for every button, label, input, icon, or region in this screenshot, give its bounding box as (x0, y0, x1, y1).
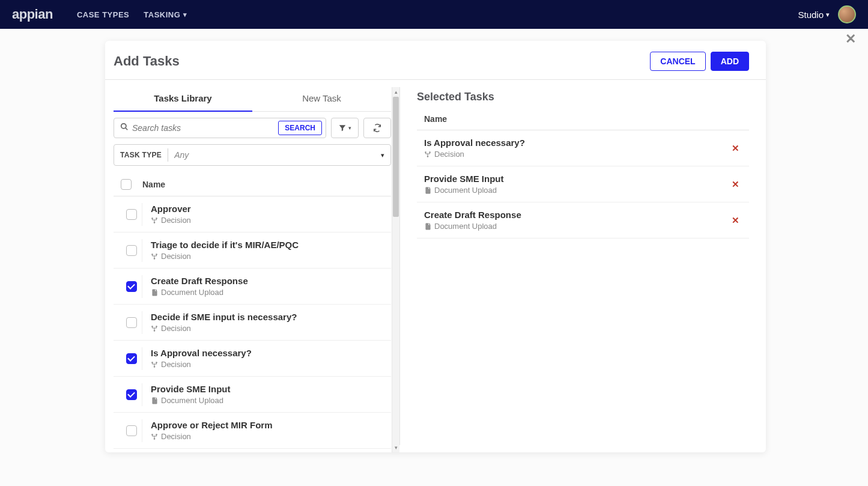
list-header: Name (114, 173, 391, 196)
decision-icon (151, 325, 158, 332)
svg-point-4 (154, 222, 156, 223)
task-row[interactable]: Approve or Reject MIR FormDecision (114, 413, 391, 449)
nav-case-types[interactable]: CASE TYPES (77, 10, 129, 19)
scroll-down-icon[interactable]: ▾ (392, 443, 399, 452)
scroll-up-icon[interactable]: ▴ (392, 87, 399, 97)
task-checkbox[interactable] (126, 389, 137, 400)
svg-point-12 (151, 362, 153, 363)
svg-point-5 (151, 254, 153, 255)
svg-rect-22 (426, 187, 430, 193)
task-checkbox[interactable] (126, 209, 137, 220)
document-icon (151, 289, 158, 296)
svg-point-13 (156, 362, 157, 363)
task-name: Is Approval necessary? (151, 348, 252, 358)
task-type: Document Upload (151, 396, 231, 405)
library-pane: Tasks Library New Task SEARCH ▾ (105, 80, 399, 452)
add-tasks-modal: Add Tasks CANCEL ADD Tasks Library New T… (105, 41, 766, 452)
task-type-label: Decision (161, 216, 191, 225)
svg-point-11 (154, 330, 156, 332)
search-button[interactable]: SEARCH (278, 121, 322, 135)
task-name: Provide SME Input (151, 384, 231, 394)
refresh-button[interactable] (363, 118, 391, 138)
decision-icon (151, 361, 158, 368)
decision-icon (424, 151, 431, 158)
task-type: Decision (151, 252, 299, 261)
tab-tasks-library[interactable]: Tasks Library (114, 87, 252, 112)
svg-point-9 (151, 326, 153, 327)
task-row[interactable]: Create Draft ResponseDocument Upload (114, 269, 391, 305)
search-wrapper: SEARCH (114, 118, 326, 138)
column-name-header: Name (142, 180, 165, 189)
task-type-filter[interactable]: TASK TYPE Any ▾ (114, 144, 391, 166)
task-type-label: Decision (161, 252, 191, 261)
task-row[interactable]: Triage to decide if it's MIR/AE/PQCDecis… (114, 232, 391, 269)
cancel-button[interactable]: CANCEL (650, 52, 705, 71)
task-checkbox[interactable] (126, 425, 137, 436)
task-library-list: Name ApproverDecisionTriage to decide if… (114, 173, 391, 452)
task-type: Decision (151, 324, 297, 333)
svg-point-20 (429, 151, 431, 153)
remove-task-button[interactable]: ✕ (729, 141, 742, 156)
task-checkbox[interactable] (126, 281, 137, 292)
selected-task-row: Provide SME InputDocument Upload✕ (417, 166, 749, 202)
svg-point-21 (427, 156, 429, 157)
task-row[interactable]: Is Approval necessary?Decision (114, 341, 391, 377)
task-type-label: Decision (161, 360, 191, 369)
selected-task-type: Decision (424, 150, 729, 159)
svg-point-3 (156, 217, 157, 219)
select-all-checkbox[interactable] (121, 179, 132, 190)
studio-dropdown[interactable]: Studio ▾ (798, 10, 830, 20)
task-name: Decide if SME input is necessary? (151, 312, 297, 322)
task-checkbox[interactable] (126, 317, 137, 328)
svg-point-6 (156, 254, 157, 255)
selected-tasks-title: Selected Tasks (417, 91, 749, 103)
scrollbar[interactable]: ▴ ▾ (392, 87, 399, 452)
task-checkbox[interactable] (126, 245, 137, 256)
task-row[interactable]: ApproverDecision (114, 196, 391, 232)
task-type: Decision (151, 360, 252, 369)
remove-task-button[interactable]: ✕ (729, 177, 742, 192)
task-type: Document Upload (151, 288, 248, 297)
tab-new-task[interactable]: New Task (252, 87, 391, 111)
task-row[interactable]: Provide SME InputDocument Upload (114, 377, 391, 413)
app-logo: appian (12, 7, 53, 22)
filter-button[interactable]: ▾ (331, 118, 359, 138)
refresh-icon (373, 124, 381, 132)
selected-task-type-label: Decision (434, 150, 464, 159)
task-name: Triage to decide if it's MIR/AE/PQC (151, 240, 299, 250)
svg-point-7 (154, 258, 156, 260)
remove-task-button[interactable]: ✕ (729, 213, 742, 228)
user-avatar[interactable] (838, 5, 856, 23)
selected-column-name: Name (417, 114, 749, 130)
selected-task-type-label: Document Upload (434, 222, 497, 231)
scroll-thumb[interactable] (393, 97, 399, 217)
selected-task-row: Create Draft ResponseDocument Upload✕ (417, 202, 749, 238)
svg-point-2 (151, 217, 153, 219)
search-icon (120, 123, 129, 133)
chevron-down-icon: ▾ (348, 125, 351, 131)
task-row[interactable]: Decide if SME input is necessary?Decisio… (114, 305, 391, 341)
svg-rect-8 (153, 290, 157, 296)
document-icon (424, 187, 431, 194)
add-button[interactable]: ADD (711, 52, 749, 71)
task-type-label: TASK TYPE (120, 151, 162, 159)
studio-label: Studio (798, 10, 824, 20)
selected-task-name: Provide SME Input (424, 174, 729, 184)
nav-tasking-label: TASKING (144, 10, 180, 19)
task-type: Decision (151, 216, 191, 225)
nav-tasking[interactable]: TASKING ▾ (144, 10, 187, 19)
close-icon[interactable]: ✕ (845, 31, 856, 47)
filter-icon (338, 124, 347, 132)
decision-icon (151, 253, 158, 260)
task-type-label: Document Upload (161, 396, 223, 405)
chevron-down-icon: ▾ (826, 11, 830, 19)
decision-icon (151, 433, 158, 440)
search-input[interactable] (132, 123, 276, 133)
document-icon (424, 223, 431, 230)
svg-point-0 (121, 124, 126, 129)
task-type-value: Any (174, 150, 381, 160)
divider (168, 148, 168, 162)
task-type: Decision (151, 432, 273, 441)
task-checkbox[interactable] (126, 353, 137, 364)
chevron-down-icon: ▾ (183, 11, 187, 19)
